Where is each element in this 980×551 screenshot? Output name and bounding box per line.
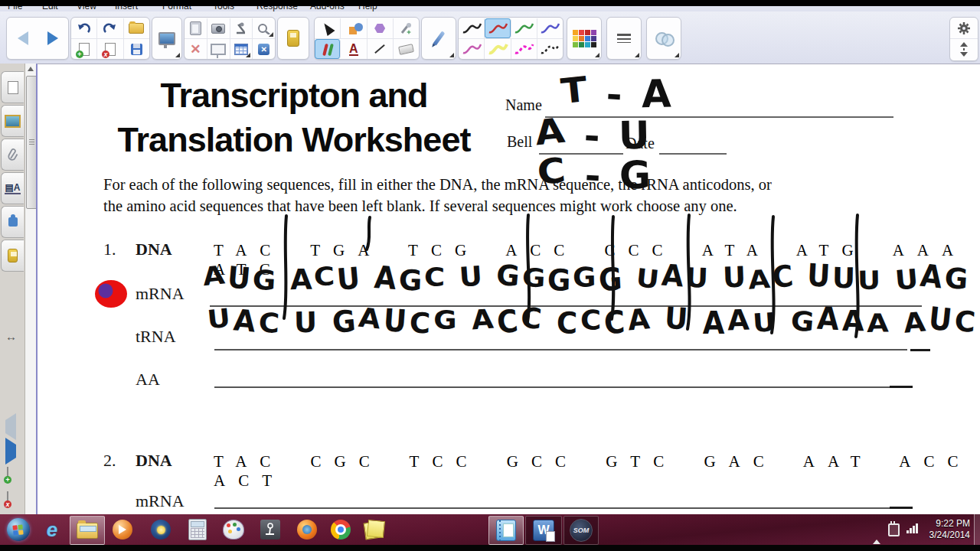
calculator-icon [188, 519, 207, 540]
smart-response-button[interactable] [279, 18, 308, 58]
shapes-tool-button[interactable] [341, 18, 367, 38]
screen-share-icon [158, 32, 175, 45]
open-file-button[interactable] [124, 18, 149, 38]
redo-button[interactable] [97, 18, 123, 38]
text-tool-button[interactable]: A [341, 39, 367, 59]
smart-board-tools-icon [151, 520, 171, 540]
back-arrow-icon [18, 31, 28, 45]
tray-clock[interactable]: 9:22 PM 3/24/2014 [923, 518, 970, 541]
tray-network-button[interactable] [906, 523, 918, 533]
sidebar-tab-page-sorter[interactable] [1, 71, 24, 103]
transparency-group [646, 17, 681, 60]
document-camera-button[interactable] [230, 18, 253, 38]
scroll-up-icon[interactable] [28, 67, 34, 71]
move-toolbar-button[interactable] [950, 39, 978, 59]
line-tool-button[interactable] [368, 39, 394, 59]
eraser-tool-button[interactable] [394, 39, 419, 59]
sidebar-tab-attachments[interactable] [1, 139, 24, 171]
yellow-squiggle-icon [487, 41, 508, 57]
taskbar-paint[interactable] [218, 516, 249, 543]
move-sidebar-icon[interactable]: ↔ [5, 330, 17, 343]
codon-divider-stroke [688, 215, 690, 329]
open-folder-icon [129, 23, 144, 34]
document-camera-icon [260, 520, 280, 540]
delete-page-icon: x [105, 43, 116, 56]
sidebar-tab-addons[interactable] [1, 206, 24, 238]
shapes-icon [343, 19, 364, 37]
pens-icon [317, 40, 338, 58]
screen-shade-button[interactable] [207, 39, 230, 59]
redo-icon [103, 23, 116, 34]
show-desktop-button[interactable] [974, 514, 980, 545]
sidebar-tab-response[interactable] [1, 240, 24, 272]
clicker-icon [287, 30, 299, 47]
taskbar-word[interactable]: W [525, 516, 562, 545]
select-tool-button[interactable] [315, 18, 341, 38]
add-page-button[interactable]: + [71, 39, 97, 59]
polygon-icon [374, 24, 385, 33]
smart-response-group [277, 17, 309, 60]
pen-style-red[interactable] [485, 18, 511, 38]
back-button[interactable] [8, 18, 38, 58]
page-scrollbar[interactable] [24, 64, 37, 514]
insert-table-button[interactable] [230, 39, 253, 59]
internet-explorer-icon: e [47, 518, 57, 542]
pen-style-pink[interactable] [459, 39, 485, 59]
taskbar-sticky-notes[interactable] [358, 516, 389, 543]
taskbar-smart-document-camera[interactable] [255, 516, 286, 543]
pen-style-blue[interactable] [537, 18, 563, 38]
purple-marker-dot [99, 284, 113, 298]
taskbar-windows-explorer[interactable] [70, 516, 105, 545]
sidebar-delete-page-button[interactable]: x [7, 492, 8, 506]
magic-pen-button[interactable] [394, 18, 419, 38]
next-page-button[interactable] [5, 445, 16, 458]
start-button[interactable] [3, 516, 34, 543]
pen-style-black-dashed[interactable] [537, 39, 563, 59]
paste-button[interactable] [185, 18, 207, 38]
screen-share-group [152, 17, 182, 60]
sidebar-tab-properties[interactable]: ▤A [1, 172, 24, 204]
eraser-icon [398, 44, 414, 55]
taskbar-smart-ink[interactable]: SOM [564, 516, 599, 545]
add-page-icon: + [79, 43, 90, 56]
forward-button[interactable] [38, 18, 67, 58]
previous-page-button[interactable] [5, 420, 16, 434]
measurement-tools-button[interactable] [253, 18, 275, 38]
polygon-tool-button[interactable] [368, 18, 394, 38]
delete-x-icon: ✕ [190, 41, 201, 57]
taskbar-media-player[interactable] [107, 516, 138, 543]
codon-divider-stroke [612, 217, 613, 319]
taskbar-smart-notebook[interactable] [488, 516, 524, 545]
codon-divider-stroke [284, 216, 286, 318]
taskbar-internet-explorer[interactable]: e [37, 516, 67, 543]
pens-tool-button[interactable] [315, 39, 341, 59]
undo-button[interactable] [71, 18, 97, 38]
delete-button[interactable]: ✕ [185, 39, 207, 59]
codon-divider-stroke [528, 215, 529, 322]
black-dashed-squiggle-icon [539, 41, 560, 57]
settings-gear-icon [957, 21, 971, 35]
delete-page-button[interactable]: x [97, 39, 123, 59]
color-palette-group [567, 17, 602, 60]
pen-style-yellow-highlighter[interactable] [485, 39, 511, 59]
sidebar-tab-gallery[interactable] [1, 105, 24, 137]
tray-power-button[interactable] [888, 523, 900, 536]
taskbar-calculator[interactable] [182, 516, 213, 543]
taskbar-chrome[interactable] [325, 516, 356, 543]
show-hide-button[interactable]: ✕ [253, 39, 275, 59]
toolbar-settings-button[interactable] [950, 18, 978, 38]
sidebar-add-page-button[interactable]: + [7, 468, 8, 481]
taskbar-firefox[interactable] [292, 516, 322, 543]
red-squiggle-icon [487, 21, 508, 36]
pink-squiggle-icon [461, 41, 482, 57]
pen-style-magenta-dashed[interactable] [511, 39, 537, 59]
smart-notebook-icon [496, 520, 516, 541]
save-button[interactable] [124, 39, 149, 59]
tray-show-hidden-button[interactable] [873, 527, 880, 540]
dropdown-corner-icon [269, 32, 273, 37]
taskbar-smart-board-tools[interactable] [145, 516, 176, 543]
pen-style-green[interactable] [511, 18, 537, 38]
paperclip-icon [7, 148, 19, 161]
screen-capture-button[interactable] [207, 18, 230, 38]
pen-style-black[interactable] [459, 18, 485, 38]
